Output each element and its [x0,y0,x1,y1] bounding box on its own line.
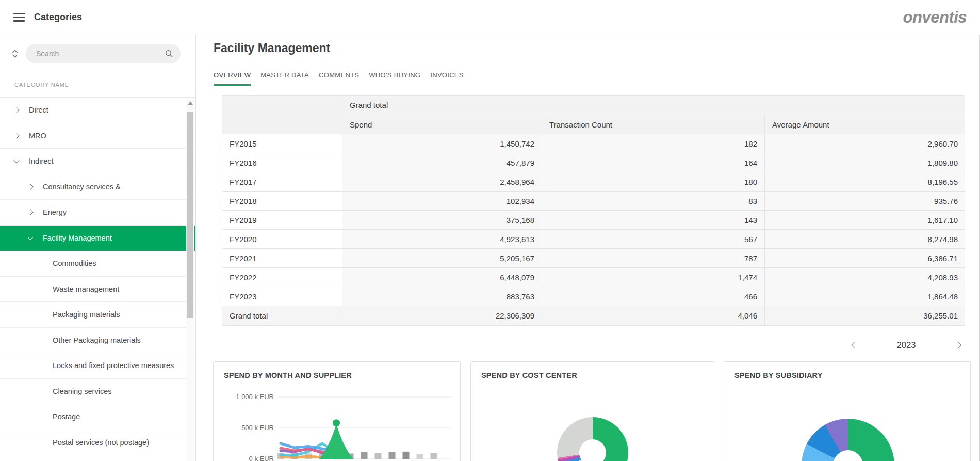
sidebar-item-commodities[interactable]: Commodities [0,251,195,277]
sidebar-item-label: Packaging materials [53,310,120,319]
page-title: Categories [34,12,82,23]
spend-by-subsidiary-panel: SPEND BY SUBSIDIARY [724,361,971,461]
table-corner-cell [222,96,342,134]
cell-transaction-count: 164 [542,153,765,172]
cell-spend: 2,458,964 [342,172,542,192]
sidebar-item-label: MRO [29,132,46,140]
total-cell-average-amount: 36,255.01 [765,306,965,325]
cell-transaction-count: 1,474 [542,268,765,287]
year-pager: 2023 [852,337,960,353]
sidebar-item-waste-management[interactable]: Waste management [0,277,195,303]
sidebar-item-postage[interactable]: Postage [0,404,195,430]
chevron-right-icon [27,184,33,189]
sort-arrows-icon [12,50,18,58]
onventis-logo: onventis [903,8,967,27]
row-label: FY2023 [222,287,342,306]
cost-center-donut-chart [557,417,628,461]
sidebar-item-mro[interactable]: MRO [0,123,195,149]
cell-transaction-count: 182 [542,134,765,153]
scrollbar-thumb[interactable] [187,112,193,318]
sidebar-item-label: Postage [53,412,80,421]
cell-average-amount: 1,809.80 [765,153,965,172]
cell-spend: 4,923,613 [342,230,542,249]
sidebar-item-indirect[interactable]: Indirect [0,149,195,174]
expand-collapse-all-button[interactable] [10,50,20,58]
sidebar-item-label: Direct [29,106,48,114]
row-label: FY2020 [222,230,342,249]
category-sidebar: CATEGORY NAME DirectMROIndirectConsultan… [0,35,196,461]
sidebar-item-direct[interactable]: Direct [0,98,195,123]
sidebar-scrollbar [186,98,194,461]
sidebar-item-label: Other Packaging materials [53,336,141,344]
total-cell-transaction-count: 4,046 [542,306,765,325]
row-label: FY2015 [222,134,342,153]
total-cell-spend: 22,306,309 [342,306,542,325]
chevron-right-icon [13,107,19,113]
spend-summary-table: Grand totalSpendTransaction CountAverage… [222,95,965,326]
y-axis-tick: 0 k EUR [249,455,274,461]
sidebar-item-label: Commodities [53,259,96,267]
sidebar-item-facility-management[interactable]: Facility Management [0,226,195,251]
cell-spend: 375,168 [342,211,542,230]
total-row-label: Grand total [222,306,342,325]
cell-transaction-count: 143 [542,211,765,230]
cell-transaction-count: 466 [542,287,765,306]
sidebar-item-label: Waste management [53,285,119,293]
cell-average-amount: 1,617.10 [765,211,965,230]
spend-by-month-panel: SPEND BY MONTH AND SUPPLIER 1 000 k EUR5… [213,361,461,461]
sidebar-item-label: Facility Management [43,234,112,242]
sidebar-search-row [0,35,195,72]
row-label: FY2016 [222,153,342,172]
spend-by-cost-center-panel: SPEND BY COST CENTER [470,361,714,461]
row-label: FY2019 [222,211,342,230]
cell-spend: 457,879 [342,153,542,172]
year-label: 2023 [897,340,916,350]
tab-overview[interactable]: OVERVIEW [214,71,251,86]
tabs: OVERVIEWMASTER DATACOMMENTSWHO'S BUYINGI… [214,71,464,86]
cell-spend: 5,205,167 [342,249,542,268]
sidebar-item-label: Postal services (not postage) [53,438,149,447]
sidebar-item-label: Cleaning services [53,387,111,395]
panel-title: SPEND BY SUBSIDIARY [734,371,823,379]
cell-transaction-count: 567 [542,230,765,249]
cell-average-amount: 8,274.98 [765,230,965,249]
next-year-button[interactable] [955,342,961,348]
cell-transaction-count: 180 [542,172,765,192]
cell-average-amount: 8,196.55 [765,172,965,192]
tab-invoices[interactable]: INVOICES [430,71,464,86]
cell-transaction-count: 83 [542,192,765,211]
category-detail-title: Facility Management [214,41,330,55]
chevron-down-icon [27,234,33,240]
category-tree: DirectMROIndirectConsultancy services &E… [0,98,195,455]
search-input[interactable] [35,49,165,58]
row-label: FY2017 [222,172,342,192]
cell-average-amount: 935.76 [765,192,965,211]
hamburger-menu-icon[interactable] [13,11,25,24]
chevron-right-icon [13,133,19,138]
sidebar-item-postal-services-not-postage[interactable]: Postal services (not postage) [0,430,195,456]
tab-who-s-buying[interactable]: WHO'S BUYING [369,71,420,86]
row-label: FY2021 [222,249,342,268]
column-header-spend: Spend [342,115,542,134]
sidebar-item-label: Consultancy services & [43,183,121,191]
previous-year-button[interactable] [851,342,858,348]
search-box [26,44,181,63]
row-label: FY2018 [222,192,342,211]
sidebar-item-other-packaging-materials[interactable]: Other Packaging materials [0,328,195,354]
cell-spend: 6,448,079 [342,268,542,287]
sidebar-item-label: Indirect [29,157,54,165]
sidebar-item-locks-and-fixed-protective-measures[interactable]: Locks and fixed protective measures [0,353,195,379]
tab-master-data[interactable]: MASTER DATA [260,71,309,86]
tab-comments[interactable]: COMMENTS [319,71,359,86]
sidebar-item-consultancy-services[interactable]: Consultancy services & [0,174,195,200]
sidebar-item-cleaning-services[interactable]: Cleaning services [0,379,195,405]
chevron-right-icon [27,210,33,215]
panel-title: SPEND BY MONTH AND SUPPLIER [224,371,352,379]
cell-average-amount: 1,864.48 [765,287,965,306]
cell-transaction-count: 787 [542,249,765,268]
y-axis-tick: 1 000 k EUR [236,393,274,401]
scrollbar-up-arrow[interactable] [188,101,193,105]
sidebar-item-packaging-materials[interactable]: Packaging materials [0,302,195,328]
sidebar-item-energy[interactable]: Energy [0,200,195,226]
cell-average-amount: 2,960.70 [765,134,965,153]
